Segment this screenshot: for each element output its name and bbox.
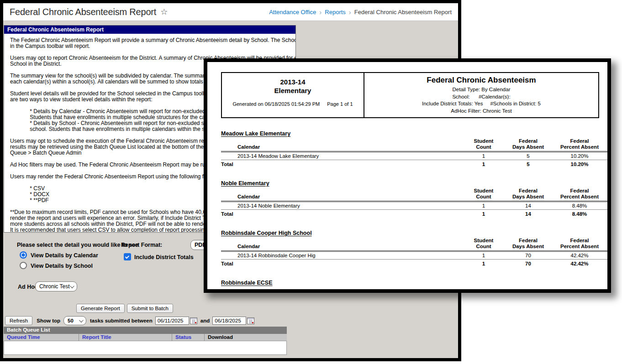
school-heading: Meadow Lake Elementary [221,130,607,137]
total-label: Total [221,260,463,267]
batch-queue-header-row: Queued Time Report Title Status Download [4,334,287,341]
table-row: 2013-14 Noble Elementary 1 14 8.48% [221,202,607,210]
table-row: 2013-14 Robbinsdale Cooper Hig 1 70 42.4… [221,252,607,260]
chevron-down-icon [79,318,84,322]
include-district-totals-label[interactable]: Include District Totals [134,254,194,260]
report-header-table: 2013-14 Elementary Generated on 06/18/20… [221,72,599,118]
detail-prompt-label: Please select the detail you would like … [17,242,138,248]
report-year: 2013-14 [280,78,305,86]
page-number: Page 1 of 1 [327,101,353,107]
student-count: 1 [463,152,504,160]
federal-days-absent: 14 [504,202,552,209]
show-top-label: Show top [37,318,60,323]
column-status[interactable]: Status [172,334,205,341]
federal-days-absent: 5 [504,152,552,160]
report-sections: Meadow Lake Elementary Calendar StudentC… [221,130,607,286]
section-table-header: Calendar StudentCount FederalDays Absent… [221,238,607,252]
report-section-meadow-lake: Meadow Lake Elementary Calendar StudentC… [221,130,607,168]
date-to-input[interactable] [212,317,246,325]
student-count: 1 [463,252,504,259]
student-count: 1 [463,202,504,209]
column-download: Download [205,334,287,341]
calendar-icon[interactable] [190,317,197,324]
report-header-left: 2013-14 Elementary Generated on 06/18/20… [222,73,364,117]
adhoc-select[interactable]: Chronic Test [35,281,77,291]
batch-queue-list-title: Batch Queue List [4,327,287,334]
report-meta-school: School: #Calendar(s): [368,94,595,101]
federal-days-absent: 70 [504,252,552,259]
and-label: and [200,318,210,323]
table-row: 2013-14 Meadow Lake Elementary 1 5 10.20… [221,152,607,160]
report-meta-district-totals: Include District Totals: Yes #Schools in… [368,100,595,108]
breadcrumb-attendance-office[interactable]: Attendance Office [269,9,316,16]
action-buttons-row: Generate Report Submit to Batch [76,304,173,313]
calendar-name: 2013-14 Meadow Lake Elementary [221,152,463,160]
breadcrumb-reports[interactable]: Reports [325,9,346,16]
report-meta-adhoc-filter: AdHoc Filter: Chronic Test [368,108,595,115]
report-title: Federal Chronic Absenteeism [368,76,595,85]
section-table-header: Calendar StudentCount FederalDays Absent… [221,138,607,152]
report-header-right: Federal Chronic Absenteeism Detail Type:… [364,73,598,117]
section-table-header: Calendar StudentCount FederalDays Absent… [221,188,607,202]
generate-report-button[interactable]: Generate Report [76,304,125,313]
calendar-name: 2013-14 Robbinsdale Cooper Hig [221,252,463,259]
include-district-totals-checkbox[interactable] [124,253,131,260]
total-label: Total [221,210,463,218]
calendar-icon[interactable] [247,317,254,324]
submit-to-batch-button[interactable]: Submit to Batch [127,304,173,313]
radio-view-details-by-calendar[interactable] [20,251,27,259]
report-scope: Elementary [274,86,311,95]
school-heading: Noble Elementary [221,180,607,187]
report-generated-row: Generated on 06/18/2025 01:54:29 PM Page… [232,101,353,107]
column-report-title[interactable]: Report Title [79,334,172,341]
column-queued-time[interactable]: Queued Time [4,334,79,341]
chevron-right-icon: › [349,8,351,16]
radio-view-details-by-school[interactable] [20,262,27,269]
radio-calendar-label[interactable]: View Details by Calendar [31,252,98,259]
panel-title: Federal Chronic Absenteeism Report [4,26,295,34]
chevron-right-icon: › [319,8,322,16]
breadcrumb-current: Federal Chronic Absenteeism Report [354,9,452,16]
page-title: Federal Chronic Absenteeism Report [10,7,156,17]
tasks-between-label: tasks submitted between [90,318,153,323]
batch-queue-list: Batch Queue List Queued Time Report Titl… [4,327,287,355]
report-format-label: Report Format: [121,242,162,248]
total-row: Total 1 5 10.20% [221,160,607,168]
school-heading: Robbinsdale Cooper High School [221,230,607,236]
federal-percent-absent: 8.48% [552,202,607,209]
report-preview-window: 2013-14 Elementary Generated on 06/18/20… [204,58,611,293]
check-icon [125,255,129,259]
total-label: Total [221,160,463,168]
report-section-noble: Noble Elementary Calendar StudentCount F… [221,180,607,218]
federal-percent-absent: 42.42% [552,252,607,259]
report-section-clipped: Robbinsdale ECSE [221,280,607,286]
batch-queue-empty-body [4,341,287,355]
report-meta-detail-type: Detail Type: By Calendar [368,86,595,94]
batch-filter-row: Refresh Show top 50 tasks submitted betw… [5,316,254,325]
calendar-name: 2013-14 Noble Elementary [221,202,463,209]
total-row: Total 1 14 8.48% [221,210,607,218]
report-section-cooper: Robbinsdale Cooper High School Calendar … [221,230,607,267]
favorite-star-icon[interactable]: ☆ [160,7,168,17]
breadcrumb: Attendance Office › Reports › Federal Ch… [269,8,452,16]
federal-percent-absent: 10.20% [552,152,607,160]
app-header: Federal Chronic Absenteeism Report ☆ Att… [3,3,458,21]
school-heading: Robbinsdale ECSE [221,280,607,286]
generated-timestamp: Generated on 06/18/2025 01:54:29 PM [232,101,320,107]
show-top-select[interactable]: 50 [63,316,86,325]
chevron-down-icon [70,284,74,288]
date-from-input[interactable] [155,317,189,325]
total-row: Total 1 70 42.42% [221,260,607,267]
report-page: 2013-14 Elementary Generated on 06/18/20… [207,62,607,286]
radio-school-label[interactable]: View Details by School [31,263,93,269]
refresh-button[interactable]: Refresh [5,316,32,325]
